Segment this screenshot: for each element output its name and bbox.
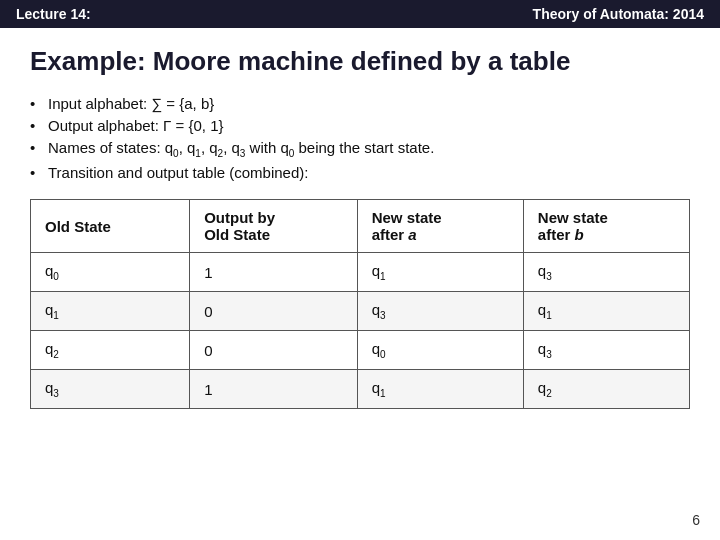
new-state-b-1: q1 <box>523 292 689 331</box>
table-row: q3 1 q1 q2 <box>31 370 690 409</box>
new-state-b-3: q2 <box>523 370 689 409</box>
output-2: 0 <box>190 331 358 370</box>
col-header-output: Output byOld State <box>190 200 358 253</box>
old-state-1: q1 <box>31 292 190 331</box>
new-state-a-2: q0 <box>357 331 523 370</box>
output-0: 1 <box>190 253 358 292</box>
bullet-1: Input alphabet: ∑ = {a, b} <box>30 95 690 112</box>
bullet-4: Transition and output table (combined): <box>30 164 690 181</box>
moore-machine-table: Old State Output byOld State New stateaf… <box>30 199 690 409</box>
table-row: q2 0 q0 q3 <box>31 331 690 370</box>
page-number: 6 <box>692 512 700 528</box>
new-state-a-1: q3 <box>357 292 523 331</box>
lecture-label: Lecture 14: <box>16 6 91 22</box>
slide-title: Example: Moore machine defined by a tabl… <box>30 46 690 77</box>
table-row: q0 1 q1 q3 <box>31 253 690 292</box>
bullet-list: Input alphabet: ∑ = {a, b} Output alphab… <box>30 95 690 181</box>
table-row: q1 0 q3 q1 <box>31 292 690 331</box>
new-state-b-2: q3 <box>523 331 689 370</box>
new-state-a-0: q1 <box>357 253 523 292</box>
output-3: 1 <box>190 370 358 409</box>
new-state-a-3: q1 <box>357 370 523 409</box>
old-state-3: q3 <box>31 370 190 409</box>
col-header-old-state: Old State <box>31 200 190 253</box>
col-header-new-state-b: New stateafter b <box>523 200 689 253</box>
theory-label: Theory of Automata: 2014 <box>533 6 704 22</box>
col-header-new-state-a: New stateafter a <box>357 200 523 253</box>
output-1: 0 <box>190 292 358 331</box>
bullet-3: Names of states: q0, q1, q2, q3 with q0 … <box>30 139 690 159</box>
bullet-2: Output alphabet: Γ = {0, 1} <box>30 117 690 134</box>
old-state-0: q0 <box>31 253 190 292</box>
old-state-2: q2 <box>31 331 190 370</box>
table-container: Old State Output byOld State New stateaf… <box>30 199 690 409</box>
new-state-b-0: q3 <box>523 253 689 292</box>
